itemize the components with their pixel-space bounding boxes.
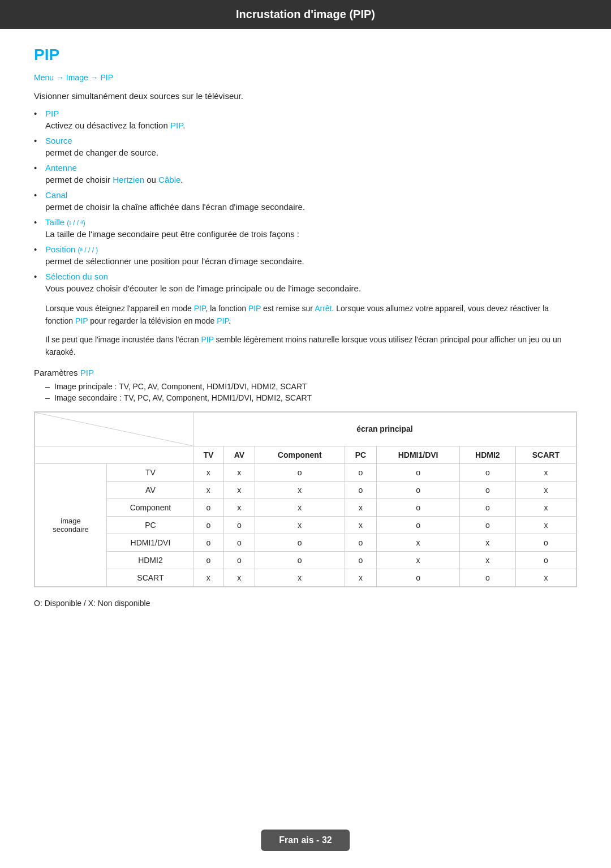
cell: x [193, 481, 223, 499]
ecran-principal-label: écran principal [193, 412, 576, 446]
cell: x [515, 481, 576, 499]
empty-corner [35, 446, 193, 463]
cell: o [515, 551, 576, 569]
bullet-term-antenne: Antenne [45, 163, 77, 173]
cell: o [193, 534, 223, 551]
page-footer: Fran ais - 32 [261, 830, 350, 851]
cell: x [223, 463, 255, 481]
col-pc: PC [345, 446, 377, 463]
cell: x [345, 516, 377, 534]
pip-table-wrapper: écran principal TV AV Component PC HDMI1… [34, 411, 577, 587]
cell: o [377, 516, 460, 534]
table-row: HDMI1/DVI o o o o x x o [35, 534, 576, 551]
cell: o [223, 516, 255, 534]
cell: x [515, 516, 576, 534]
cell: x [377, 534, 460, 551]
dash-list: Image principale : TV, PC, AV, Component… [34, 382, 577, 402]
cell: o [345, 534, 377, 551]
cell: o [377, 499, 460, 516]
cell: o [459, 481, 515, 499]
cell: x [345, 499, 377, 516]
cell: o [459, 463, 515, 481]
table-row: AV x x x o o o x [35, 481, 576, 499]
list-item: Position (ª / / / ) permet de sélectionn… [34, 244, 577, 266]
cell: o [377, 463, 460, 481]
bullet-term-pip: PIP [45, 109, 59, 118]
bullet-list: PIP Activez ou désactivez la fonction PI… [34, 109, 577, 293]
note-1: Lorsque vous éteignez l'appareil en mode… [45, 302, 577, 328]
row-component: Component [107, 499, 193, 516]
diagonal-header [35, 412, 193, 446]
cell: o [345, 481, 377, 499]
cell: o [193, 499, 223, 516]
bullet-desc-selection: Vous pouvez choisir d'écouter le son de … [45, 283, 577, 293]
cell: x [193, 569, 223, 586]
col-hdmi1: HDMI1/DVI [377, 446, 460, 463]
row-hdmi1: HDMI1/DVI [107, 534, 193, 551]
table-row: imagesecondaire TV x x o o o o x [35, 463, 576, 481]
cell: o [223, 551, 255, 569]
col-tv: TV [193, 446, 223, 463]
cell: x [223, 499, 255, 516]
cell: x [255, 499, 345, 516]
page-title: Incrustation d'image (PIP) [236, 8, 375, 20]
breadcrumb: Menu → Image → PIP [34, 73, 577, 82]
row-tv: TV [107, 463, 193, 481]
notes-block: Lorsque vous éteignez l'appareil en mode… [34, 302, 577, 359]
table-row: HDMI2 o o o o x x o [35, 551, 576, 569]
bullet-term-position: Position (ª / / / ) [45, 244, 98, 254]
cell: x [345, 569, 377, 586]
table-row: SCART x x x x o o x [35, 569, 576, 586]
cell: o [345, 551, 377, 569]
bullet-desc-antenne: permet de choisir Hertzien ou Câble. [45, 175, 577, 184]
list-item: Source permet de changer de source. [34, 136, 577, 157]
bullet-desc-canal: permet de choisir la chaîne affichée dan… [45, 202, 577, 212]
cell: o [459, 516, 515, 534]
page-header: Incrustation d'image (PIP) [0, 0, 611, 29]
cell: x [193, 463, 223, 481]
bullet-desc-pip: Activez ou désactivez la fonction PIP. [45, 121, 577, 130]
row-hdmi2: HDMI2 [107, 551, 193, 569]
list-item: Taille (ı / / ª) La taille de l'image se… [34, 217, 577, 239]
cell: o [255, 551, 345, 569]
note-2: Il se peut que l'image incrustée dans l'… [45, 333, 577, 359]
row-pc: PC [107, 516, 193, 534]
cell: x [515, 499, 576, 516]
col-scart: SCART [515, 446, 576, 463]
cell: o [193, 516, 223, 534]
cell: x [459, 534, 515, 551]
cell: o [459, 499, 515, 516]
cell: o [459, 569, 515, 586]
pip-title: PIP [34, 46, 577, 64]
cell: x [515, 463, 576, 481]
col-hdmi2: HDMI2 [459, 446, 515, 463]
cell: o [193, 551, 223, 569]
bullet-term-canal: Canal [45, 190, 67, 200]
bullet-desc-source: permet de changer de source. [45, 148, 577, 157]
list-item: PIP Activez ou désactivez la fonction PI… [34, 109, 577, 130]
list-item: Antenne permet de choisir Hertzien ou Câ… [34, 163, 577, 184]
cell: o [345, 463, 377, 481]
col-av: AV [223, 446, 255, 463]
params-label: Paramètres PIP [34, 368, 577, 377]
image-secondaire-label: imagesecondaire [35, 463, 107, 586]
cell: x [515, 569, 576, 586]
cell: x [255, 516, 345, 534]
cell: x [223, 569, 255, 586]
cell: x [459, 551, 515, 569]
cell: o [223, 534, 255, 551]
cell: o [515, 534, 576, 551]
table-row: PC o o x x o o x [35, 516, 576, 534]
dash-item-1: Image principale : TV, PC, AV, Component… [45, 382, 577, 391]
bullet-term-selection: Sélection du son [45, 272, 108, 281]
svg-line-0 [35, 412, 193, 446]
list-item: Canal permet de choisir la chaîne affich… [34, 190, 577, 212]
list-item: Sélection du son Vous pouvez choisir d'é… [34, 272, 577, 293]
cell: o [377, 569, 460, 586]
cell: x [255, 481, 345, 499]
cell: o [255, 463, 345, 481]
footnote: O: Disponible / X: Non disponible [34, 599, 577, 608]
intro-text: Visionner simultanément deux sources sur… [34, 91, 577, 101]
cell: o [255, 534, 345, 551]
cell: o [377, 481, 460, 499]
